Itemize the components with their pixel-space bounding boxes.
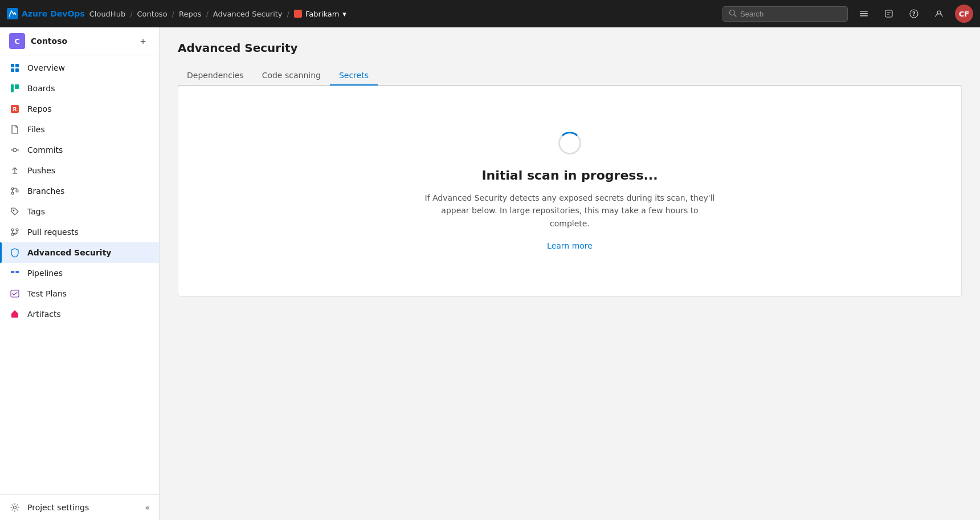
sidebar-item-label: Pipelines (27, 269, 63, 278)
logo[interactable]: Azure DevOps (7, 8, 85, 19)
svg-point-31 (11, 233, 14, 235)
project-settings-label: Project settings (27, 503, 89, 512)
sidebar-item-artifacts[interactable]: Artifacts (0, 304, 159, 324)
sidebar-item-branches[interactable]: Branches (0, 181, 159, 201)
main-content: Advanced Security Dependencies Code scan… (160, 27, 980, 520)
svg-rect-15 (15, 68, 19, 72)
chevron-down-icon: ▾ (342, 10, 346, 18)
notifications-icon[interactable] (880, 5, 898, 23)
sidebar-item-label: Pushes (27, 166, 55, 175)
brand-name: Azure DevOps (22, 9, 85, 18)
sidebar-item-tags[interactable]: Tags (0, 201, 159, 222)
breadcrumb-repos[interactable]: Repos (179, 10, 201, 18)
repo-selector[interactable]: Fabrikam ▾ (294, 10, 346, 18)
svg-rect-4 (860, 13, 868, 14)
repo-name: Fabrikam (305, 10, 339, 18)
search-box[interactable] (722, 6, 848, 22)
svg-point-28 (13, 210, 15, 212)
sidebar-item-label: Test Plans (27, 289, 67, 298)
top-navigation: Azure DevOps CloudHub / Contoso / Repos … (0, 0, 980, 27)
scan-status-card: Initial scan in progress... If Advanced … (178, 86, 962, 296)
user-settings-icon[interactable] (930, 5, 948, 23)
svg-rect-37 (11, 314, 18, 318)
sidebar-item-label: Tags (27, 207, 45, 216)
svg-point-27 (16, 190, 18, 192)
loading-spinner (558, 132, 581, 155)
sidebar-footer: Project settings « (0, 494, 159, 520)
breadcrumb-cloudhub[interactable]: CloudHub (89, 10, 125, 18)
sidebar-item-files[interactable]: Files (0, 119, 159, 140)
sidebar-item-boards[interactable]: Boards (0, 78, 159, 99)
svg-rect-13 (15, 64, 19, 67)
sidebar-item-pushes[interactable]: Pushes (0, 160, 159, 181)
sidebar-item-advanced-security[interactable]: Advanced Security (0, 242, 159, 263)
sidebar-item-repos[interactable]: R Repos (0, 99, 159, 119)
sidebar-item-label: Branches (27, 186, 64, 196)
svg-text:?: ? (912, 11, 916, 17)
sidebar-item-pull-requests[interactable]: Pull requests (0, 222, 159, 242)
org-avatar: C (9, 33, 25, 49)
svg-rect-16 (11, 84, 14, 92)
overview-icon (9, 62, 21, 74)
svg-rect-33 (11, 271, 14, 273)
svg-point-20 (13, 148, 17, 152)
svg-rect-34 (16, 271, 19, 273)
sidebar-item-label: Commits (27, 145, 63, 155)
sidebar-item-label: Overview (27, 63, 65, 72)
repos-icon: R (9, 103, 21, 115)
artifacts-icon (9, 308, 21, 320)
files-icon (9, 124, 21, 135)
scan-description: If Advanced Security detects any exposed… (422, 192, 718, 230)
scan-title: Initial scan in progress... (481, 168, 658, 182)
breadcrumb-advanced-security[interactable]: Advanced Security (213, 10, 283, 18)
collapse-icon[interactable]: « (145, 503, 150, 512)
sidebar-item-commits[interactable]: Commits (0, 140, 159, 160)
branches-icon (9, 185, 21, 197)
sidebar-item-label: Repos (27, 104, 51, 113)
test-plans-icon (9, 288, 21, 299)
org-name: Contoso (31, 36, 130, 46)
sidebar-item-label: Artifacts (27, 310, 61, 319)
avatar[interactable]: CF (955, 5, 973, 23)
sidebar-item-label: Advanced Security (27, 248, 111, 257)
tab-secrets[interactable]: Secrets (330, 66, 378, 86)
plus-icon: + (140, 36, 146, 46)
svg-rect-12 (11, 64, 14, 67)
learn-more-link[interactable]: Learn more (547, 241, 593, 250)
tab-bar: Dependencies Code scanning Secrets (178, 66, 962, 86)
sidebar-item-pipelines[interactable]: Pipelines (0, 263, 159, 283)
sidebar-nav: Overview Boards R Repos Fil (0, 55, 159, 494)
commits-icon (9, 144, 21, 156)
breadcrumb: CloudHub / Contoso / Repos / Advanced Se… (89, 10, 346, 18)
svg-rect-3 (860, 11, 868, 12)
sidebar-item-test-plans[interactable]: Test Plans (0, 283, 159, 304)
pipelines-icon (9, 267, 21, 279)
advanced-security-icon (9, 247, 21, 258)
pull-requests-icon (9, 226, 21, 238)
svg-point-30 (16, 229, 18, 231)
pushes-icon (9, 165, 21, 176)
org-header: C Contoso + (0, 27, 159, 55)
add-project-button[interactable]: + (136, 34, 150, 48)
help-icon[interactable]: ? (905, 5, 923, 23)
project-settings-item[interactable]: Project settings « (0, 497, 159, 518)
svg-rect-5 (860, 15, 868, 17)
sidebar-item-overview[interactable]: Overview (0, 58, 159, 78)
topnav-right: ? CF (722, 5, 973, 23)
menu-icon[interactable] (855, 5, 873, 23)
svg-point-39 (14, 506, 17, 509)
search-icon (729, 9, 737, 19)
svg-text:R: R (13, 107, 17, 112)
svg-line-2 (734, 14, 737, 17)
breadcrumb-contoso[interactable]: Contoso (137, 10, 168, 18)
main-layout: C Contoso + Overview Boards (0, 27, 980, 520)
svg-rect-17 (15, 84, 19, 89)
sidebar-item-label: Files (27, 125, 45, 134)
search-input[interactable] (740, 10, 842, 18)
boards-icon (9, 83, 21, 94)
svg-rect-6 (885, 10, 892, 17)
svg-point-26 (11, 192, 14, 194)
tab-dependencies[interactable]: Dependencies (178, 66, 253, 86)
tags-icon (9, 206, 21, 217)
tab-code-scanning[interactable]: Code scanning (253, 66, 330, 86)
